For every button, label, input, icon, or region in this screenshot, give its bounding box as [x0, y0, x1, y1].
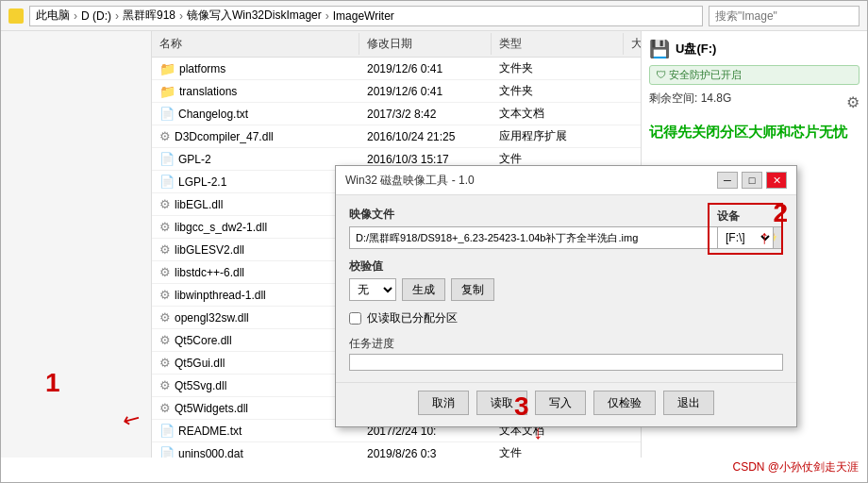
- breadcrumb[interactable]: 此电脑 › D (D:) › 黑群晖918 › 镜像写入Win32DiskIma…: [29, 6, 703, 26]
- table-row[interactable]: 📁translations 2019/12/6 0:41 文件夹: [152, 80, 641, 103]
- txt-icon: 📄: [159, 424, 175, 438]
- space-info: 剩余空间: 14.8G: [649, 91, 731, 107]
- file-name: ⚙libGLESV2.dll: [152, 240, 359, 259]
- verify-button[interactable]: 仅检验: [593, 391, 656, 415]
- col-date[interactable]: 修改日期: [359, 33, 492, 55]
- checksum-select[interactable]: 无: [349, 278, 396, 301]
- annotation-2: 2: [773, 198, 788, 228]
- table-row[interactable]: 📄unins000.dat 2019/8/26 0:3 文件: [152, 442, 641, 458]
- dll-icon: ⚙: [159, 129, 171, 143]
- dialog-title: Win32 磁盘映像工具 - 1.0: [345, 173, 475, 189]
- cancel-button[interactable]: 取消: [418, 391, 469, 415]
- dialog-close-button[interactable]: ✕: [766, 172, 787, 189]
- file-name: 📄README.txt: [152, 421, 359, 441]
- file-name: 📁platforms: [152, 58, 359, 79]
- file-name: 📄LGPL-2.1: [152, 172, 359, 192]
- sidebar: [1, 31, 152, 458]
- file-date: 2019/12/6 0:41: [359, 59, 492, 78]
- file-icon: 📄: [159, 152, 175, 166]
- file-size: [624, 89, 641, 94]
- file-name: ⚙libgcc_s_dw2-1.dll: [152, 217, 359, 237]
- file-name: 📄Changelog.txt: [152, 104, 359, 124]
- breadcrumb-win32[interactable]: 镜像写入Win32DiskImager: [187, 8, 322, 24]
- table-row[interactable]: 📄Changelog.txt 2017/3/2 8:42 文本文档: [152, 103, 641, 125]
- usb-header: 💾 U盘(F:): [649, 39, 860, 59]
- readonly-label: 仅读取已分配分区: [367, 310, 458, 326]
- file-size: [624, 428, 641, 434]
- file-icon: 📄: [159, 446, 175, 458]
- file-name: 📁translations: [152, 81, 359, 102]
- folder-icon: 📁: [159, 61, 175, 76]
- file-size: [624, 111, 641, 117]
- annotation-1: 1: [45, 368, 60, 398]
- txt-icon: 📄: [159, 107, 175, 121]
- breadcrumb-d[interactable]: D (D:): [81, 9, 111, 23]
- search-input[interactable]: [709, 6, 860, 26]
- csdn-watermark: CSDN @小孙仗剑走天涯: [732, 459, 859, 475]
- file-icon: 📄: [159, 175, 175, 189]
- image-path-input[interactable]: [349, 226, 751, 249]
- dialog-title-bar: Win32 磁盘映像工具 - 1.0 ─ □ ✕: [336, 166, 796, 195]
- arrow-3: ↓: [533, 422, 542, 443]
- progress-bar: [349, 354, 783, 371]
- col-size[interactable]: 大小: [624, 33, 641, 55]
- file-date: 2016/10/24 21:25: [359, 127, 492, 146]
- file-name: 📄unins000.dat: [152, 443, 359, 458]
- file-name: ⚙Qt5Core.dll: [152, 330, 359, 350]
- breadcrumb-pc[interactable]: 此电脑: [36, 8, 70, 24]
- readonly-checkbox[interactable]: [349, 312, 361, 325]
- breadcrumb-heiqun[interactable]: 黑群晖918: [123, 8, 175, 24]
- dll-icon: ⚙: [159, 401, 171, 415]
- dialog-footer: 取消 读取 写入 仅检验 退出: [336, 382, 796, 426]
- exit-button[interactable]: 退出: [663, 391, 714, 415]
- breadcrumb-imagewriter[interactable]: ImageWriter: [333, 9, 394, 23]
- col-name[interactable]: 名称: [152, 33, 359, 55]
- col-type[interactable]: 类型: [492, 33, 624, 55]
- file-name: ⚙libEGL.dll: [152, 194, 359, 214]
- dll-icon: ⚙: [159, 265, 171, 279]
- file-name: 📄GPL-2: [152, 149, 359, 169]
- file-type: 文件夹: [492, 58, 624, 79]
- dll-icon: ⚙: [159, 220, 171, 234]
- copy-button[interactable]: 复制: [451, 278, 494, 301]
- usb-label: U盘(F:): [676, 41, 716, 58]
- settings-gear-icon[interactable]: ⚙: [846, 93, 860, 111]
- file-name: ⚙Qt5Gui.dll: [152, 353, 359, 373]
- checksum-section: 校验值 无 生成 复制: [349, 258, 783, 301]
- file-name: ⚙Qt5Svg.dll: [152, 375, 359, 395]
- folder-icon: [8, 8, 24, 24]
- dll-icon: ⚙: [159, 288, 171, 302]
- file-type: 应用程序扩展: [492, 125, 624, 147]
- checksum-row: 无 生成 复制: [349, 278, 783, 301]
- checksum-label: 校验值: [349, 258, 783, 275]
- dialog-maximize-button[interactable]: □: [742, 172, 762, 189]
- table-row[interactable]: 📁platforms 2019/12/6 0:41 文件夹: [152, 58, 641, 80]
- file-name: ⚙D3Dcompiler_47.dll: [152, 126, 359, 146]
- file-size: [624, 451, 641, 457]
- table-row[interactable]: ⚙D3Dcompiler_47.dll 2016/10/24 21:25 应用程…: [152, 125, 641, 148]
- file-date: 2019/8/26 0:3: [359, 444, 492, 458]
- generate-button[interactable]: 生成: [402, 278, 445, 301]
- file-name: ⚙Qt5Widgets.dll: [152, 398, 359, 418]
- dialog-minimize-button[interactable]: ─: [717, 172, 738, 189]
- num-1-label: 1: [45, 368, 60, 397]
- num-3-label: 3: [514, 391, 529, 421]
- title-bar: 此电脑 › D (D:) › 黑群晖918 › 镜像写入Win32DiskIma…: [1, 1, 867, 31]
- dll-icon: ⚙: [159, 356, 171, 370]
- security-badge: 🛡 安全防护已开启: [649, 65, 860, 85]
- win32-dialog: Win32 磁盘映像工具 - 1.0 ─ □ ✕ 设备 [F:\] 映像文件 📂: [335, 165, 797, 427]
- folder-icon: 📁: [159, 84, 175, 99]
- file-date: 2019/12/6 0:41: [359, 82, 492, 101]
- file-type: 文本文档: [492, 103, 624, 125]
- num-2-label: 2: [773, 198, 788, 227]
- dll-icon: ⚙: [159, 242, 171, 257]
- file-type: 文件夹: [492, 80, 624, 102]
- annotation-3: 3: [514, 391, 529, 422]
- device-label: 设备: [717, 208, 774, 225]
- annotation-text: 记得先关闭分区大师和芯片无忧: [649, 122, 860, 142]
- usb-icon: 💾: [649, 39, 670, 59]
- file-date: 2017/3/2 8:42: [359, 105, 492, 124]
- progress-label: 任务进度: [349, 336, 783, 352]
- write-button[interactable]: 写入: [535, 391, 586, 415]
- file-type: 文件: [492, 442, 624, 458]
